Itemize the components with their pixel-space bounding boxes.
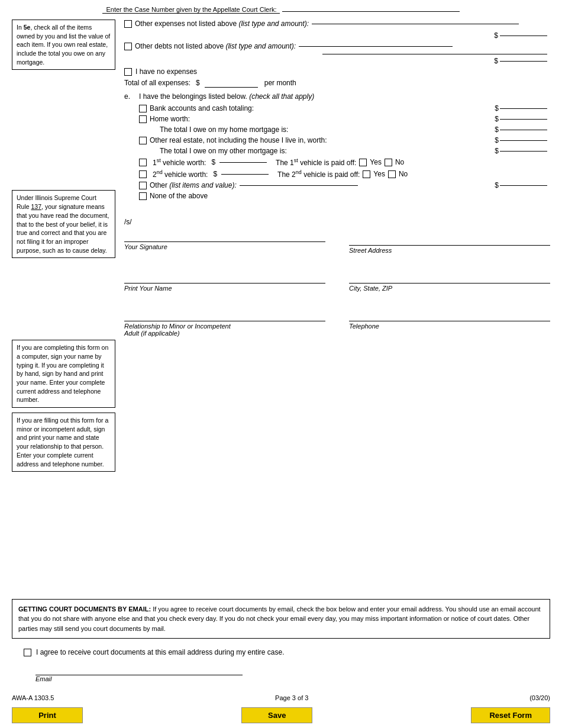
vehicle2-checkbox[interactable] xyxy=(139,170,147,178)
city-label: City, State, ZIP xyxy=(349,285,550,292)
sidebar: In 5e, check all of the items owned by y… xyxy=(12,20,121,592)
bank-dollar-field[interactable] xyxy=(500,108,547,109)
vehicle2-label: 2nd vehicle worth: xyxy=(153,169,208,179)
sidebar-box-computer-sign: If you are completing this form on a com… xyxy=(12,340,115,408)
vehicle1-label: 1st vehicle worth: xyxy=(153,157,206,167)
home-mortgage-dollar: $ xyxy=(495,125,550,134)
sig-city-col: City, State, ZIP xyxy=(349,269,550,292)
reset-button[interactable]: Reset Form xyxy=(471,707,550,723)
other-items-field[interactable] xyxy=(240,185,358,186)
other-items-checkbox[interactable] xyxy=(139,182,147,189)
vehicle2-worth-field[interactable] xyxy=(221,174,269,175)
vehicle1-paid-label: The 1st vehicle is paid off: xyxy=(276,157,356,167)
section-e-label: e. xyxy=(124,92,133,101)
no-expenses-label: I have no expenses xyxy=(135,67,197,76)
other-mortgage-label: The total I owe on my other mortgage is: xyxy=(160,147,495,155)
vehicle1-yes-checkbox[interactable] xyxy=(359,159,367,166)
vehicle2-no-label: No xyxy=(399,170,408,178)
vehicle2-no-checkbox[interactable] xyxy=(388,170,396,178)
sidebar-box-rule137: Under Illinois Supreme Court Rule 137, y… xyxy=(12,190,115,258)
other-items-dollar-field[interactable] xyxy=(500,185,547,186)
other-debts-field[interactable] xyxy=(299,46,453,47)
other-real-estate-label: Other real estate, not including the hou… xyxy=(150,136,495,144)
print-button[interactable]: Print xyxy=(12,707,83,723)
sig-relationship-col: Relationship to Minor or Incompetent Adu… xyxy=(124,307,325,337)
sig-col-left: /s/ Your Signature xyxy=(124,218,325,254)
bank-checkbox[interactable] xyxy=(139,105,147,112)
sig-slash: /s/ xyxy=(124,218,325,226)
relationship-field[interactable] xyxy=(124,307,325,321)
vehicle2-paid-label: The 2nd vehicle is paid off: xyxy=(277,169,360,179)
other-mortgage-row: The total I owe on my other mortgage is:… xyxy=(124,147,550,155)
email-input-field[interactable] xyxy=(35,663,243,675)
no-expenses-row: I have no expenses xyxy=(124,67,550,76)
case-number-field[interactable] xyxy=(282,11,460,12)
relationship-label: Relationship to Minor or Incompetent Adu… xyxy=(124,323,325,337)
total-expenses-unit: per month xyxy=(264,79,296,87)
other-debts-checkbox[interactable] xyxy=(124,43,132,50)
other-debts-text-field[interactable] xyxy=(322,54,547,54)
telephone-field[interactable] xyxy=(349,307,550,321)
signature-field[interactable] xyxy=(124,227,325,242)
sig-col-right: Street Address xyxy=(349,218,550,254)
home-dollar: $ xyxy=(495,115,550,123)
other-expenses-row: Other expenses not listed above (list ty… xyxy=(124,20,550,28)
save-button[interactable]: Save xyxy=(241,707,312,723)
home-dollar-field[interactable] xyxy=(500,119,547,120)
other-expenses-field[interactable] xyxy=(312,24,519,24)
print-name-label: Print Your Name xyxy=(124,285,325,292)
other-real-estate-dollar-field[interactable] xyxy=(500,140,547,141)
other-real-estate-row: Other real estate, not including the hou… xyxy=(124,136,550,144)
email-notice-box: GETTING COURT DOCUMENTS BY EMAIL: If you… xyxy=(12,599,550,639)
other-mortgage-dollar-field[interactable] xyxy=(500,151,547,152)
sig-row-1: /s/ Your Signature Street Address xyxy=(124,218,550,254)
sig-row-3: Relationship to Minor or Incompetent Adu… xyxy=(124,307,550,337)
email-agree-section: I agree to receive court documents at th… xyxy=(12,648,550,682)
none-above-checkbox[interactable] xyxy=(139,192,147,200)
signature-section: /s/ Your Signature Street Address Print … xyxy=(124,218,550,337)
case-number-header: Enter the Case Number given by the Appel… xyxy=(12,6,550,14)
vehicle1-checkbox[interactable] xyxy=(139,159,147,166)
home-worth-row: Home worth: $ xyxy=(124,115,550,123)
other-expenses-checkbox[interactable] xyxy=(124,20,132,28)
vehicle2-yes-checkbox[interactable] xyxy=(363,170,370,178)
home-mortgage-row: The total I owe on my home mortgage is: … xyxy=(124,125,550,134)
other-real-estate-dollar: $ xyxy=(495,136,550,144)
vehicle1-no-checkbox[interactable] xyxy=(385,159,392,166)
total-expenses-label: Total of all expenses: xyxy=(124,79,190,87)
other-expenses-dollar-field[interactable] xyxy=(500,36,547,36)
other-debts-row: Other debts not listed above (list type … xyxy=(124,42,550,50)
vehicle2-yes-label: Yes xyxy=(373,170,385,178)
other-mortgage-dollar: $ xyxy=(495,147,550,155)
home-mortgage-label: The total I owe on my home mortgage is: xyxy=(160,125,495,134)
case-number-label: Enter the Case Number given by the Appel… xyxy=(102,6,280,14)
section-e-header: e. I have the belongings listed below. (… xyxy=(124,92,550,101)
no-expenses-checkbox[interactable] xyxy=(124,68,132,76)
sidebar-box-minor: If you are filling out this form for a m… xyxy=(12,413,115,472)
bank-dollar: $ xyxy=(495,104,550,112)
bank-accounts-row: Bank accounts and cash totaling: $ xyxy=(124,104,550,112)
bank-label: Bank accounts and cash totaling: xyxy=(150,104,495,112)
sig-row-2: Print Your Name City, State, ZIP xyxy=(124,269,550,292)
sig-name-col: Print Your Name xyxy=(124,269,325,292)
home-label: Home worth: xyxy=(150,115,495,123)
button-row: Print Save Reset Form xyxy=(12,704,550,728)
print-name-field[interactable] xyxy=(124,269,325,284)
footer-date: (03/20) xyxy=(529,694,550,701)
home-mortgage-dollar-field[interactable] xyxy=(500,130,547,130)
other-expenses-dollar-row: $ xyxy=(124,31,550,40)
other-items-dollar: $ xyxy=(495,181,550,189)
other-real-estate-checkbox[interactable] xyxy=(139,137,147,144)
total-expenses-field[interactable] xyxy=(205,78,258,88)
footer: AWA-A 1303.5 Page 3 of 3 (03/20) xyxy=(12,691,550,704)
section-e: e. I have the belongings listed below. (… xyxy=(124,92,550,200)
email-agree-checkbox[interactable] xyxy=(24,649,31,656)
address-field[interactable] xyxy=(349,231,550,246)
vehicle1-worth-field[interactable] xyxy=(219,162,267,163)
city-field[interactable] xyxy=(349,269,550,284)
email-label: Email xyxy=(35,675,550,682)
home-checkbox[interactable] xyxy=(139,115,147,123)
vehicle2-paid: The 2nd vehicle is paid off: Yes No xyxy=(277,169,408,179)
other-debts-dollar-field[interactable] xyxy=(500,61,547,62)
page-label: Page 3 of 3 xyxy=(275,694,308,701)
